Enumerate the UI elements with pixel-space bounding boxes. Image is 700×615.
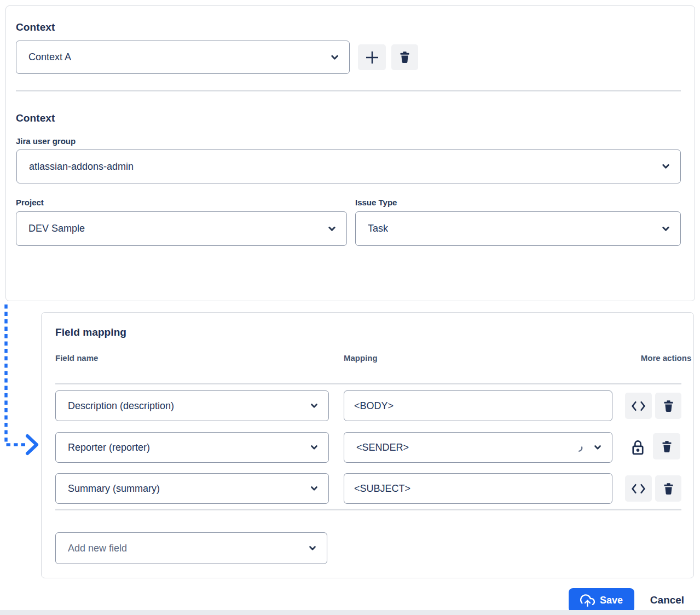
trash-icon <box>660 440 674 453</box>
save-button[interactable]: Save <box>569 588 634 612</box>
column-header-mapping: Mapping <box>344 351 378 365</box>
project-label: Project <box>16 198 44 207</box>
table-bottom-divider <box>55 509 681 510</box>
trash-icon <box>398 50 412 64</box>
field-name-value: Summary (summary) <box>68 483 160 495</box>
delete-context-button[interactable] <box>391 44 418 70</box>
field-name-value: Description (description) <box>68 400 174 412</box>
field-name-select-reporter[interactable]: Reporter (reporter) <box>55 432 329 463</box>
chevron-down-icon <box>330 53 339 62</box>
delete-row-button[interactable] <box>653 433 680 459</box>
save-button-label: Save <box>600 595 623 606</box>
plus-icon <box>364 49 380 66</box>
column-header-more-actions: More actions <box>636 351 696 365</box>
trash-icon <box>662 482 675 496</box>
add-new-field-placeholder: Add new field <box>68 543 127 554</box>
chevron-down-icon <box>310 401 319 410</box>
jira-user-group-select[interactable]: atlassian-addons-admin <box>16 150 681 183</box>
issue-type-select[interactable]: Task <box>355 211 681 246</box>
code-icon <box>631 401 646 411</box>
context-form-heading: Context <box>16 112 55 124</box>
mapping-input-description[interactable] <box>344 390 612 421</box>
project-select[interactable]: DEV Sample <box>16 211 347 246</box>
bottom-page-divider <box>0 610 700 615</box>
field-name-select-description[interactable]: Description (description) <box>55 390 329 421</box>
mapping-select-reporter[interactable]: <SENDER> <box>344 432 612 463</box>
project-select-value: DEV Sample <box>28 223 85 234</box>
email-to-jira-config-page: Context Context A Context Jira use <box>0 0 700 615</box>
field-name-value: Reporter (reporter) <box>68 442 150 453</box>
add-context-button[interactable] <box>358 44 386 70</box>
context-selector-heading: Context <box>16 21 55 33</box>
chevron-down-icon <box>593 443 602 452</box>
column-header-field-name: Field name <box>55 351 98 365</box>
mapping-value: <SENDER> <box>356 442 409 453</box>
edit-code-button[interactable] <box>625 475 652 502</box>
chevron-down-icon <box>661 162 670 171</box>
field-name-select-summary[interactable]: Summary (summary) <box>55 473 329 504</box>
jira-user-group-label: Jira user group <box>16 136 76 146</box>
chevron-down-icon <box>310 484 319 493</box>
table-header-divider <box>55 383 681 384</box>
loading-spinner-icon <box>574 444 583 453</box>
delete-row-button[interactable] <box>655 475 681 502</box>
add-new-field-select[interactable]: Add new field <box>55 532 327 564</box>
chevron-down-icon <box>661 224 670 233</box>
cancel-button[interactable]: Cancel <box>642 588 692 612</box>
context-select[interactable]: Context A <box>16 41 350 74</box>
trash-icon <box>662 399 675 413</box>
issue-type-select-value: Task <box>368 223 388 234</box>
chevron-down-icon <box>308 544 317 553</box>
chevron-down-icon <box>310 443 319 452</box>
lock-icon <box>630 435 645 459</box>
code-icon <box>631 484 646 494</box>
mapping-input-summary[interactable] <box>344 473 612 504</box>
jira-user-group-value: atlassian-addons-admin <box>29 161 134 173</box>
context-select-value: Context A <box>28 51 71 63</box>
edit-code-button[interactable] <box>625 393 652 419</box>
context-card: Context Context A Context Jira use <box>5 5 695 301</box>
chevron-down-icon <box>327 224 337 233</box>
section-divider <box>16 90 681 91</box>
delete-row-button[interactable] <box>655 393 681 419</box>
field-mapping-card: Field mapping Field name Mapping More ac… <box>41 312 694 578</box>
field-mapping-heading: Field mapping <box>55 326 126 338</box>
issue-type-label: Issue Type <box>355 198 397 207</box>
cloud-upload-icon <box>580 593 595 608</box>
